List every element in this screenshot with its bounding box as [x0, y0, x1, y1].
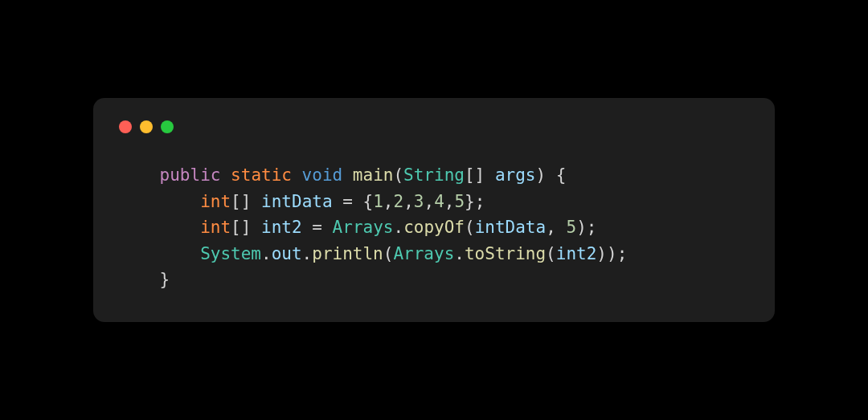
comma: ,	[403, 192, 414, 211]
semicolon: ;	[475, 192, 485, 211]
rbracket: ]	[241, 192, 252, 211]
lparen: (	[383, 244, 394, 263]
method-println: println	[312, 244, 383, 263]
arg-int2: int2	[556, 244, 597, 263]
rbrace: }	[465, 192, 475, 211]
number: 2	[394, 192, 404, 211]
keyword-public: public	[160, 165, 221, 185]
lbrace: {	[556, 165, 567, 185]
comma: ,	[444, 192, 455, 211]
lparen: (	[546, 244, 556, 263]
dot: .	[302, 244, 313, 263]
close-icon[interactable]	[119, 120, 132, 133]
comma: ,	[546, 218, 556, 237]
zoom-icon[interactable]	[161, 120, 174, 133]
indent	[119, 244, 200, 263]
code-window: public static void main(String[] args) {…	[93, 98, 775, 322]
semicolon: ;	[587, 218, 597, 237]
function-main: main	[353, 165, 394, 185]
type-int: int	[200, 192, 231, 211]
var-intdata: intData	[261, 192, 333, 211]
type-string: String	[403, 165, 465, 185]
op-equals: =	[342, 192, 353, 211]
keyword-void: void	[302, 165, 343, 185]
method-tostring: toString	[465, 244, 546, 263]
var-int2: int2	[261, 218, 302, 237]
lbracket: [	[231, 192, 241, 211]
arg-intdata: intData	[475, 218, 547, 237]
class-arrays: Arrays	[393, 244, 454, 263]
rbrace: }	[160, 270, 170, 289]
rparen: )	[576, 218, 587, 237]
lbrace: {	[363, 192, 374, 211]
indent	[119, 192, 200, 211]
rbracket: ]	[241, 218, 252, 237]
rbracket: ]	[475, 165, 485, 185]
lbracket: [	[231, 218, 241, 237]
number: 5	[454, 192, 465, 211]
minimize-icon[interactable]	[140, 120, 153, 133]
number: 5	[566, 218, 576, 237]
window-titlebar	[119, 120, 749, 133]
op-equals: =	[312, 218, 322, 237]
lbracket: [	[465, 165, 475, 185]
indent	[119, 270, 160, 289]
class-system: System	[200, 244, 261, 263]
dot: .	[393, 218, 403, 237]
number: 3	[414, 192, 424, 211]
method-copyof: copyOf	[403, 218, 465, 237]
rparen: )	[535, 165, 546, 185]
lparen: (	[393, 165, 403, 185]
comma: ,	[424, 192, 434, 211]
param-args: args	[495, 165, 536, 185]
field-out: out	[272, 244, 302, 263]
indent	[119, 218, 200, 237]
dot: .	[261, 244, 272, 263]
lparen: (	[465, 218, 475, 237]
dot: .	[454, 244, 465, 263]
number: 4	[434, 192, 444, 211]
type-int: int	[200, 218, 231, 237]
code-block: public static void main(String[] args) {…	[119, 162, 749, 293]
keyword-static: static	[231, 165, 292, 185]
rparen: )	[607, 244, 617, 263]
class-arrays: Arrays	[333, 218, 394, 237]
semicolon: ;	[617, 244, 628, 263]
comma: ,	[383, 192, 394, 211]
indent	[119, 165, 160, 185]
number: 1	[373, 192, 383, 211]
rparen: )	[596, 244, 607, 263]
